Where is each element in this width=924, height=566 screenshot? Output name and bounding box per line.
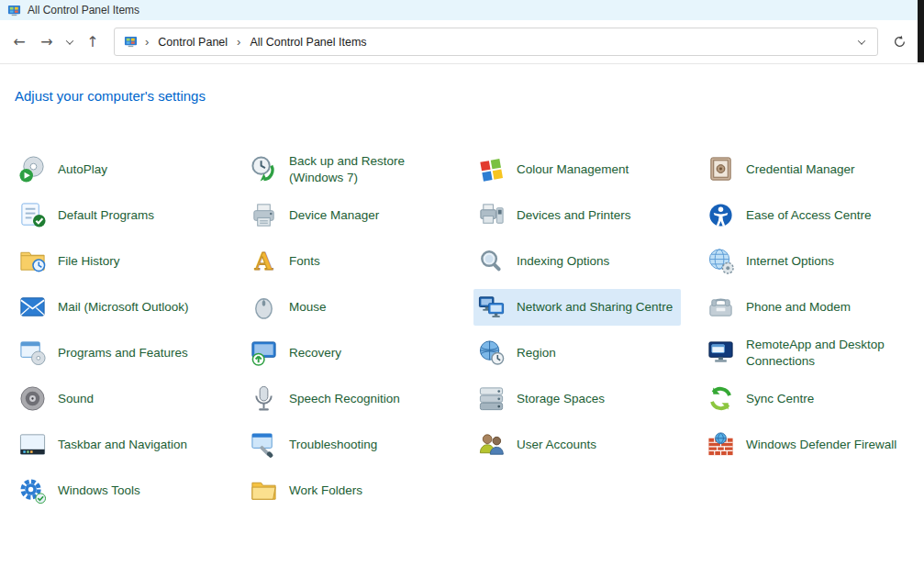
up-arrow-icon: ↑ [86,33,98,50]
item-label: Sound [58,391,94,407]
breadcrumb-control-panel[interactable]: Control Panel [156,34,229,50]
content-area: Adjust your computer's settings AutoPlay… [0,64,924,514]
control-panel-item-autoplay[interactable]: AutoPlay [15,151,116,188]
item-label: Indexing Options [517,253,609,270]
control-panel-item-back-up-and-restore-windows-7[interactable]: Back up and Restore (Windows 7) [246,150,461,189]
control-panel-item-phone-and-modem[interactable]: Phone and Modem [703,289,859,326]
item-label: RemoteApp and Desktop Connections [746,337,909,369]
titlebar: All Control Panel Items [0,0,924,20]
item-label: Work Folders [289,483,362,499]
control-panel-item-windows-tools[interactable]: Windows Tools [15,472,149,509]
network-sharing-icon [477,293,507,322]
navigation-toolbar: ← → ↑ › Control Panel › All Control Pane… [0,20,924,64]
internet-options-icon [707,247,736,276]
control-panel-item-ease-of-access-centre[interactable]: Ease of Access Centre [703,197,880,234]
control-panel-item-credential-manager[interactable]: Credential Manager [703,151,863,188]
programs-features-icon [18,338,48,368]
backup-restore-icon [250,155,279,184]
devices-printers-icon [477,201,507,230]
sync-centre-icon [707,384,736,414]
address-bar[interactable]: › Control Panel › All Control Panel Item… [114,28,878,56]
control-panel-item-region[interactable]: Region [473,335,564,372]
control-panel-window: All Control Panel Items ← → ↑ › Control … [0,0,924,514]
windows-tools-icon [18,476,48,505]
control-panel-item-sync-centre[interactable]: Sync Centre [703,381,822,417]
control-panel-item-colour-management[interactable]: Colour Management [473,151,637,188]
device-manager-icon [250,201,279,230]
credential-manager-icon [707,155,736,184]
item-label: File History [58,253,120,270]
breadcrumb-separator: › [237,35,240,49]
item-label: Internet Options [746,253,834,270]
fonts-icon: A [250,247,279,276]
item-label: Device Manager [289,207,379,224]
forward-arrow-icon: → [40,33,52,50]
chevron-down-icon [66,37,73,44]
item-label: Devices and Printers [517,207,631,224]
control-panel-item-fonts[interactable]: AFonts [246,243,328,280]
item-label: Fonts [289,253,320,270]
location-icon [124,35,138,49]
speech-recognition-icon [250,384,279,414]
item-label: Back up and Restore (Windows 7) [289,153,452,185]
chevron-down-icon [858,37,865,44]
item-label: Troubleshooting [289,437,377,453]
control-panel-item-mouse[interactable]: Mouse [246,289,335,326]
phone-modem-icon [707,293,736,322]
item-label: Region [517,345,556,361]
control-panel-item-speech-recognition[interactable]: Speech Recognition [246,381,408,417]
control-panel-item-indexing-options[interactable]: Indexing Options [473,243,618,280]
screen-edge [918,0,924,62]
control-panel-item-remoteapp-and-desktop-connections[interactable]: RemoteApp and Desktop Connections [703,333,918,372]
control-panel-item-internet-options[interactable]: Internet Options [703,243,842,280]
file-history-icon [18,247,48,276]
item-label: Network and Sharing Centre [517,299,673,316]
control-panel-item-troubleshooting[interactable]: Troubleshooting [246,427,385,463]
control-panel-item-user-accounts[interactable]: User Accounts [473,427,605,463]
work-folders-icon [250,476,279,505]
region-icon [477,338,507,368]
item-label: User Accounts [517,437,596,453]
item-label: Mouse [289,299,327,316]
control-panel-item-recovery[interactable]: Recovery [246,335,350,372]
recent-locations-dropdown-button[interactable] [61,28,79,56]
sound-icon [18,384,48,414]
control-panel-item-programs-and-features[interactable]: Programs and Features [15,335,196,372]
refresh-button[interactable] [885,28,913,56]
control-panel-item-storage-spaces[interactable]: Storage Spaces [473,381,613,417]
colour-management-icon [477,155,507,184]
storage-spaces-icon [477,384,507,414]
troubleshooting-icon [250,430,279,460]
up-button[interactable]: ↑ [79,28,106,56]
item-label: Windows Defender Firewall [746,437,896,453]
control-panel-item-file-history[interactable]: File History [15,243,128,280]
control-panel-item-default-programs[interactable]: Default Programs [15,197,162,234]
control-panel-item-work-folders[interactable]: Work Folders [246,472,371,509]
indexing-options-icon [477,247,507,276]
default-programs-icon [18,201,48,230]
control-panel-item-windows-defender-firewall[interactable]: Windows Defender Firewall [703,427,905,463]
address-dropdown-button[interactable] [855,36,868,49]
item-label: Storage Spaces [517,391,605,407]
item-label: Programs and Features [58,345,188,361]
item-label: Credential Manager [746,161,855,178]
control-panel-item-taskbar-and-navigation[interactable]: Taskbar and Navigation [15,427,195,463]
breadcrumb-separator: › [145,35,149,49]
item-label: Default Programs [58,207,154,224]
back-button[interactable]: ← [6,28,33,56]
control-panel-item-sound[interactable]: Sound [15,381,102,417]
remoteapp-icon [707,338,736,368]
ease-of-access-icon [707,201,736,230]
control-panel-window-icon [7,4,21,17]
control-panel-item-mail-microsoft-outlook[interactable]: Mail (Microsoft Outlook) [15,289,197,326]
control-panel-item-network-and-sharing-centre[interactable]: Network and Sharing Centre [473,289,681,326]
breadcrumb-all-control-panel-items[interactable]: All Control Panel Items [248,34,368,50]
control-panel-item-device-manager[interactable]: Device Manager [246,197,387,234]
back-arrow-icon: ← [13,33,25,50]
forward-button[interactable]: → [33,28,61,56]
item-label: Phone and Modem [746,299,851,316]
control-panel-item-devices-and-printers[interactable]: Devices and Printers [473,197,640,234]
item-label: AutoPlay [58,161,107,178]
windows-defender-firewall-icon [707,430,736,460]
item-label: Speech Recognition [289,391,400,407]
